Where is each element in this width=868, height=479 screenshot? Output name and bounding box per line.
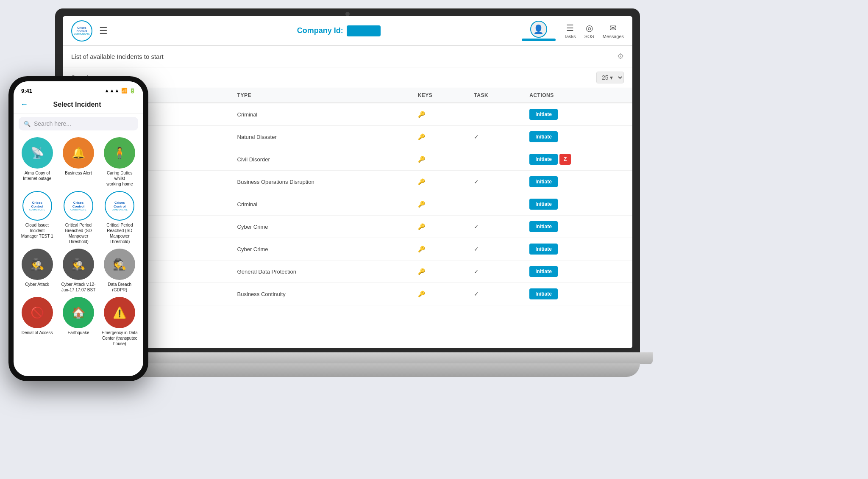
phone-incident-icon: 🏠 xyxy=(63,297,94,328)
user-profile-area[interactable]: 👤 xyxy=(522,21,556,41)
phone-grid-item[interactable]: CrisesControl COMMUNICATE Critical Perio… xyxy=(101,191,138,244)
incident-task-cell: ✓ xyxy=(467,126,523,148)
logo-area: CrisesControl COMMUNICATE ☰ xyxy=(71,20,156,42)
laptop-foot xyxy=(81,363,640,377)
zapier-button[interactable]: Z xyxy=(559,154,571,165)
initiate-button[interactable]: Initiate xyxy=(529,221,558,232)
initiate-button[interactable]: Initiate xyxy=(529,154,558,165)
initiate-button[interactable]: Initiate xyxy=(529,288,558,299)
hamburger-menu-icon[interactable]: ☰ xyxy=(99,25,108,36)
phone-grid-item[interactable]: 🕵️ Data Breach (GDPR) xyxy=(101,249,138,293)
phone-incident-label: Denial of Access xyxy=(22,330,53,335)
settings-icon[interactable]: ⚙ xyxy=(617,52,624,61)
key-icon: 🔑 xyxy=(418,133,425,140)
phone-grid-item[interactable]: CrisesControl COMMUNICATE Critical Perio… xyxy=(60,191,97,244)
initiate-button[interactable]: Initiate xyxy=(529,244,558,255)
incident-keys-cell: 🔑 xyxy=(411,283,467,305)
phone-grid-item[interactable]: 🏠 Earthquake xyxy=(60,297,97,346)
messages-nav-item[interactable]: ✉ Messages xyxy=(603,23,624,39)
incident-task-cell xyxy=(467,193,523,216)
phone-screen: 9:41 ▲▲▲ 📶 🔋 ← Select Incident 🔍 Search … xyxy=(14,81,143,376)
col-header-actions[interactable]: ACTIONS xyxy=(523,88,632,103)
wifi-icon: ▲▲▲ xyxy=(104,88,120,94)
tasks-icon: ☰ xyxy=(566,23,574,33)
initiate-button[interactable]: Initiate xyxy=(529,131,558,142)
tasks-nav-item[interactable]: ☰ Tasks xyxy=(564,23,576,39)
task-check-icon: ✓ xyxy=(474,133,479,140)
incident-type-cell: Business Continuity xyxy=(231,283,411,305)
incident-keys-cell: 🔑 xyxy=(411,238,467,260)
tasks-label: Tasks xyxy=(564,34,576,39)
user-avatar: 👤 xyxy=(530,21,547,38)
key-icon: 🔑 xyxy=(418,201,425,208)
initiate-button[interactable]: Initiate xyxy=(529,199,558,210)
header-center: Company Id: ​ xyxy=(156,25,522,36)
phone-incident-label: Business Alert xyxy=(65,170,92,176)
incident-actions-cell: Initiate xyxy=(523,283,632,305)
phone-status-bar: 9:41 ▲▲▲ 📶 🔋 xyxy=(14,81,143,97)
incident-keys-cell: 🔑 xyxy=(411,171,467,193)
phone-incident-label: Cyber Attack v.12-Jun-17 17:07 BST xyxy=(61,282,96,293)
phone-incident-label: Critical PeriodBreached (SDManpower Thre… xyxy=(60,222,97,244)
col-header-keys[interactable]: KEYS xyxy=(411,88,467,103)
key-icon: 🔑 xyxy=(418,156,425,163)
signal-icon: 📶 xyxy=(121,88,128,94)
incident-type: Criminal xyxy=(237,111,258,118)
incident-type: Criminal xyxy=(237,201,258,208)
per-page-select[interactable]: 25 ▾ 50 ▾ xyxy=(596,72,624,83)
phone-incident-icon: 🕵️ xyxy=(22,249,53,280)
incident-type: Business Continuity xyxy=(237,291,286,297)
key-icon: 🔑 xyxy=(418,111,425,118)
action-group: Initiate Z xyxy=(529,154,626,165)
incident-keys-cell: 🔑 xyxy=(411,103,467,126)
phone-grid-item[interactable]: 🕵️ Cyber Attack xyxy=(19,249,56,293)
incident-type: General Data Protection xyxy=(237,269,296,275)
sos-label: SOS xyxy=(584,34,594,39)
header-right: 👤 ☰ Tasks ◎ SOS ✉ Messages xyxy=(522,21,624,41)
col-header-task[interactable]: TASK xyxy=(467,88,523,103)
incident-type-cell: Cyber Crime xyxy=(231,238,411,260)
messages-label: Messages xyxy=(603,34,624,39)
task-check-icon: ✓ xyxy=(474,223,479,230)
phone-grid-item[interactable]: ⚠️ Emergency in DataCenter (transputecho… xyxy=(101,297,138,346)
app-header: CrisesControl COMMUNICATE ☰ Company Id: … xyxy=(63,16,632,46)
phone-grid-item[interactable]: 🕵️ Cyber Attack v.12-Jun-17 17:07 BST xyxy=(60,249,97,293)
phone-grid-item[interactable]: 🧍 Caring Duties whilstworking home xyxy=(101,137,138,187)
key-icon: 🔑 xyxy=(418,178,425,185)
incident-actions-cell: Initiate xyxy=(523,238,632,260)
phone-incident-label: Data Breach (GDPR) xyxy=(101,282,138,293)
battery-icon: 🔋 xyxy=(129,88,136,94)
phone-grid-item[interactable]: CrisesControl COMMUNICATE Cloud Issue: I… xyxy=(19,191,56,244)
phone-grid-item[interactable]: 📡 Alma Copy ofInternet outage xyxy=(19,137,56,187)
initiate-button[interactable]: Initiate xyxy=(529,266,558,277)
key-icon: 🔑 xyxy=(418,246,425,252)
back-button[interactable]: ← xyxy=(20,100,28,109)
phone-cc-logo-icon: CrisesControl COMMUNICATE xyxy=(22,191,52,221)
col-header-type[interactable]: TYPE xyxy=(231,88,411,103)
incident-type: Civil Disorder xyxy=(237,156,270,163)
phone-status-icons: ▲▲▲ 📶 🔋 xyxy=(104,88,136,94)
incident-actions-cell: Initiate Z xyxy=(523,148,632,171)
key-icon: 🔑 xyxy=(418,223,425,230)
phone-incident-label: Critical PeriodReached (SDManpower Thres… xyxy=(101,222,138,244)
incident-type: Natural Disaster xyxy=(237,134,277,140)
task-check-icon: ✓ xyxy=(474,178,479,185)
laptop-camera xyxy=(345,12,350,16)
phone-grid-item[interactable]: 🔔 Business Alert xyxy=(60,137,97,187)
incident-task-cell xyxy=(467,103,523,126)
company-id-label: Company Id: xyxy=(297,26,343,35)
phone-screen-title: Select Incident xyxy=(53,101,101,108)
incident-keys-cell: 🔑 xyxy=(411,126,467,148)
incident-type: Cyber Crime xyxy=(237,246,268,252)
sos-nav-item[interactable]: ◎ SOS xyxy=(584,23,594,39)
incident-task-cell xyxy=(467,148,523,171)
phone-incident-icon: 🕵️ xyxy=(63,249,94,280)
initiate-button[interactable]: Initiate xyxy=(529,176,558,187)
phone-grid-item[interactable]: 🚫 Denial of Access xyxy=(19,297,56,346)
phone-incident-icon: 🧍 xyxy=(104,137,135,169)
phone-search-bar[interactable]: 🔍 Search here... xyxy=(19,117,138,130)
initiate-button[interactable]: Initiate xyxy=(529,109,558,120)
incident-actions-cell: Initiate xyxy=(523,126,632,148)
incident-actions-cell: Initiate xyxy=(523,216,632,238)
phone-cc-logo-icon: CrisesControl COMMUNICATE xyxy=(64,191,93,221)
